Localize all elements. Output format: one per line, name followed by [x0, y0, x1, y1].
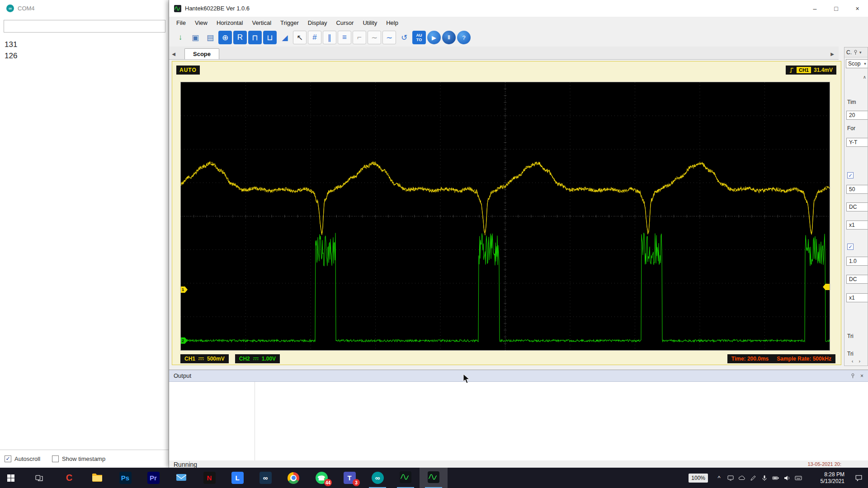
side-field-y-t[interactable]: Y-T — [846, 138, 868, 147]
close-button[interactable]: × — [847, 0, 868, 17]
run-icon[interactable]: ▶ — [427, 31, 441, 44]
taskbar-infinity-app-icon[interactable]: ∞ — [251, 468, 279, 488]
chevron-down-icon: ▾ — [864, 61, 866, 66]
task-view-icon — [35, 474, 43, 482]
close-panel-icon[interactable]: × — [860, 373, 863, 379]
serial-output-area[interactable]: 131126 — [0, 36, 169, 450]
taskbar-app-l-icon[interactable]: L — [223, 468, 251, 488]
ramp-icon[interactable]: ◢ — [278, 31, 292, 44]
scope-graticule[interactable]: 12 — [180, 82, 830, 351]
ch1-scale-chip[interactable]: CH1 500mV — [180, 354, 229, 363]
side-checkbox[interactable]: ✓ — [847, 172, 854, 178]
chevron-down-icon[interactable]: ▾ — [859, 50, 862, 55]
tray-keyboard-icon[interactable] — [793, 468, 804, 488]
print-icon[interactable]: ▤ — [203, 31, 217, 44]
panel-left-icon[interactable]: ‹ — [852, 358, 854, 364]
tab-strip: ◀ Scope ▶ — [169, 47, 839, 60]
wave-filter-icon[interactable]: ∼ — [382, 31, 396, 44]
side-field-1.0[interactable]: 1.0 — [846, 257, 868, 266]
fit-screen-icon[interactable]: ⊕ — [218, 31, 232, 44]
tab-scroll-right-icon[interactable]: ▶ — [828, 48, 837, 59]
wave-interp-icon[interactable]: ∼ — [368, 31, 381, 44]
taskbar-mail-icon[interactable] — [167, 468, 195, 488]
auto-set-icon[interactable]: AUTO — [412, 31, 426, 44]
tray-cloud-icon[interactable] — [736, 468, 747, 488]
open-file-icon[interactable]: ↓ — [174, 31, 187, 44]
taskbar-photoshop-icon[interactable]: Ps — [111, 468, 139, 488]
side-panel-header[interactable]: C. ▾ — [844, 47, 868, 57]
maximize-button[interactable]: □ — [826, 0, 847, 17]
menu-file[interactable]: File — [172, 18, 190, 28]
taskbar-netflix-icon[interactable]: N — [195, 468, 223, 488]
menu-display[interactable]: Display — [303, 18, 332, 28]
menu-utility[interactable]: Utility — [358, 18, 382, 28]
auto-range-icon[interactable]: R — [233, 31, 247, 44]
serial-titlebar[interactable]: ∞ COM4 — [0, 0, 169, 17]
horizontal-cursors-icon[interactable]: ≡ — [338, 31, 351, 44]
scroll-up-icon[interactable]: ∧ — [863, 75, 866, 80]
scope-app-app-glyph — [400, 471, 411, 485]
trigger-edge-icon[interactable]: ⌐ — [353, 31, 366, 44]
show-timestamp-checkbox[interactable]: Show timestamp — [52, 455, 105, 462]
taskbar-chrome-icon[interactable] — [279, 468, 307, 488]
menu-cursor[interactable]: Cursor — [331, 18, 358, 28]
scope-mode-select[interactable]: Scop ▾ — [846, 59, 868, 68]
menu-trigger[interactable]: Trigger — [276, 18, 303, 28]
zoom-level-indicator[interactable]: 100% — [689, 474, 708, 483]
tray-mic-icon[interactable] — [759, 468, 770, 488]
help-icon[interactable]: ? — [457, 31, 471, 44]
autoscroll-checkbox[interactable]: ✓ Autoscroll — [5, 455, 40, 462]
auto-refresh-icon[interactable]: ↺ — [397, 31, 411, 44]
hantek-titlebar[interactable]: Hantek6022BE Ver 1.0.6 – □ × — [169, 0, 868, 17]
taskbar-premiere-icon[interactable]: Pr — [139, 468, 167, 488]
vertical-cursors-icon[interactable]: ∥ — [323, 31, 336, 44]
grid-display-icon[interactable]: # — [308, 31, 321, 44]
taskbar-scope-app-icon[interactable] — [392, 468, 420, 488]
action-center-icon[interactable] — [849, 468, 868, 488]
task-view-button[interactable] — [28, 468, 50, 488]
side-field-dc[interactable]: DC — [846, 202, 868, 211]
output-panel-header[interactable]: Output × — [169, 370, 868, 382]
trigger-status-badge: AUTO — [176, 66, 200, 75]
side-field-50[interactable]: 50 — [846, 185, 868, 194]
start-button[interactable] — [0, 468, 22, 488]
pause-icon[interactable]: ‖ — [442, 31, 456, 44]
tray-pen-icon[interactable] — [747, 468, 759, 488]
menu-help[interactable]: Help — [382, 18, 403, 28]
menu-horizontal[interactable]: Horizontal — [212, 18, 248, 28]
tray-battery-icon[interactable] — [770, 468, 781, 488]
pin-icon[interactable] — [851, 373, 855, 379]
side-field-dc[interactable]: DC — [846, 275, 868, 284]
taskbar-whatsapp-icon[interactable]: ☎44 — [307, 468, 335, 488]
tray-monitor-icon[interactable] — [725, 468, 736, 488]
taskbar-arduino-icon[interactable]: ∞ — [363, 468, 392, 488]
side-field-x1[interactable]: x1 — [846, 293, 868, 302]
panel-right-icon[interactable]: › — [859, 358, 861, 364]
pulse-low-icon[interactable]: ⊓ — [248, 31, 262, 44]
ch2-scale-chip[interactable]: CH2 1.00V — [235, 354, 280, 363]
taskbar-app-c-icon[interactable]: C — [55, 468, 83, 488]
pin-icon[interactable] — [854, 50, 858, 55]
tray-volume-icon[interactable] — [781, 468, 793, 488]
serial-send-input[interactable] — [4, 20, 165, 33]
pulse-high-icon[interactable]: ⊔ — [263, 31, 277, 44]
menu-bar: FileViewHorizontalVerticalTriggerDisplay… — [169, 17, 868, 28]
svg-text:1: 1 — [182, 287, 184, 292]
minimize-button[interactable]: – — [804, 0, 826, 17]
hidden-icons-chevron[interactable]: ^ — [713, 468, 725, 488]
tab-scroll-left-icon[interactable]: ◀ — [169, 48, 178, 59]
save-icon[interactable]: ▣ — [189, 31, 202, 44]
premiere-app-glyph: Pr — [147, 472, 160, 484]
taskbar-file-explorer-icon[interactable] — [83, 468, 111, 488]
side-label-tim: Tim — [847, 99, 856, 105]
taskbar-scope-app-active-icon[interactable] — [420, 468, 448, 488]
menu-vertical[interactable]: Vertical — [247, 18, 276, 28]
menu-view[interactable]: View — [190, 18, 212, 28]
taskbar-teams-icon[interactable]: T3 — [335, 468, 363, 488]
side-checkbox[interactable]: ✓ — [847, 244, 854, 250]
cursor-measure-icon[interactable]: ↖ — [293, 31, 307, 44]
side-field-20[interactable]: 20 — [846, 111, 868, 120]
taskbar-clock[interactable]: 8:28 PM5/13/2021 — [808, 471, 844, 485]
side-field-x1[interactable]: x1 — [846, 221, 868, 230]
tab-scope[interactable]: Scope — [184, 48, 219, 59]
